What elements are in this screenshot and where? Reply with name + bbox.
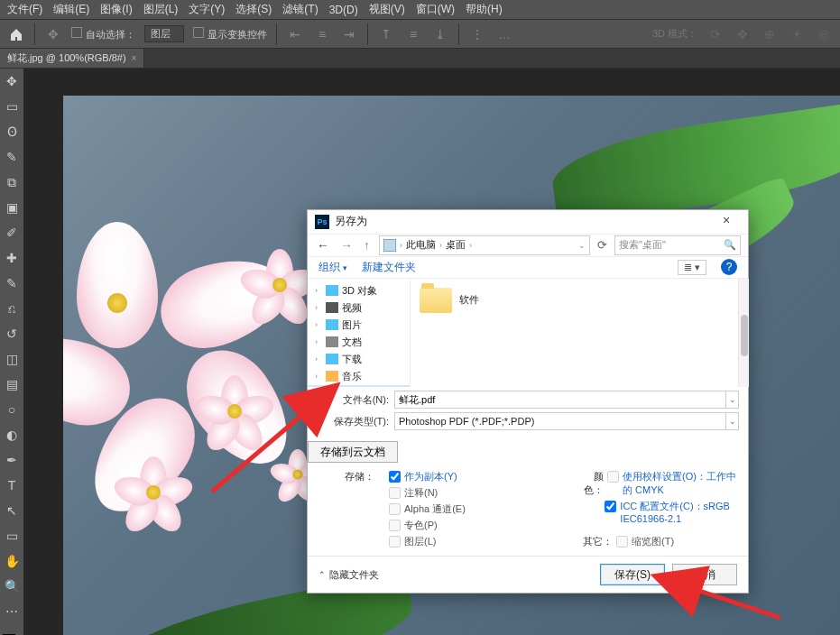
chevron-right-icon: › bbox=[439, 241, 442, 250]
close-icon[interactable]: × bbox=[132, 53, 137, 63]
menu-edit[interactable]: 编辑(E) bbox=[53, 2, 89, 17]
view-mode-button[interactable]: ≣ ▾ bbox=[678, 260, 706, 275]
tree-item-videos[interactable]: ›视频 bbox=[308, 299, 410, 317]
chevron-down-icon[interactable]: ⌄ bbox=[726, 391, 739, 409]
lasso-tool-icon[interactable]: ʘ bbox=[3, 123, 21, 141]
eraser-tool-icon[interactable]: ◫ bbox=[3, 350, 21, 368]
align-top-icon[interactable]: ⤒ bbox=[377, 25, 395, 43]
show-transform-checkbox[interactable]: 显示变换控件 bbox=[193, 27, 267, 41]
nav-forward-icon[interactable]: → bbox=[338, 238, 355, 253]
menu-view[interactable]: 视图(V) bbox=[369, 2, 405, 17]
filename-input[interactable] bbox=[394, 391, 726, 409]
tree-item-music[interactable]: ›音乐 bbox=[308, 368, 410, 385]
nav-up-icon[interactable]: ↑ bbox=[362, 238, 372, 253]
dodge-tool-icon[interactable]: ◐ bbox=[3, 426, 21, 444]
brush-tool-icon[interactable]: ✎ bbox=[3, 274, 21, 292]
zoom-tool-icon[interactable]: 🔍 bbox=[3, 577, 21, 595]
history-brush-tool-icon[interactable]: ↺ bbox=[3, 325, 21, 343]
path-select-tool-icon[interactable]: ↖ bbox=[3, 502, 21, 520]
use-proof-checkbox[interactable] bbox=[607, 471, 619, 483]
hide-folders-toggle[interactable]: ⌃隐藏文件夹 bbox=[318, 568, 379, 582]
pen-tool-icon[interactable]: ✒ bbox=[3, 451, 21, 469]
menu-filter[interactable]: 滤镜(T) bbox=[282, 2, 318, 17]
divider bbox=[276, 23, 277, 45]
tree-item-pictures[interactable]: ›图片 bbox=[308, 317, 410, 334]
filetype-select[interactable]: Photoshop PDF (*.PDF;*.PDP) bbox=[394, 412, 726, 430]
breadcrumb[interactable]: › 此电脑 › 桌面 › ⌄ bbox=[379, 235, 590, 255]
alpha-checkbox[interactable]: Alpha 通道(E) bbox=[389, 502, 562, 516]
crop-tool-icon[interactable]: ⧉ bbox=[3, 173, 21, 191]
3d-camera-icon[interactable]: ◎ bbox=[815, 25, 833, 43]
refresh-icon[interactable]: ⟳ bbox=[597, 238, 607, 252]
blur-tool-icon[interactable]: ○ bbox=[3, 400, 21, 419]
menu-select[interactable]: 选择(S) bbox=[235, 2, 272, 17]
menu-text[interactable]: 文字(Y) bbox=[189, 2, 225, 17]
auto-select-target[interactable]: 图层 bbox=[144, 25, 184, 42]
chevron-down-icon[interactable]: ⌄ bbox=[726, 412, 739, 430]
move-tool-icon[interactable]: ✥ bbox=[3, 72, 21, 90]
home-icon[interactable] bbox=[7, 25, 25, 43]
folder-tree: ›3D 对象 ›视频 ›图片 ›文档 ›下载 ›音乐 ›桌面 bbox=[308, 279, 411, 387]
menu-layer[interactable]: 图层(L) bbox=[143, 2, 179, 17]
type-tool-icon[interactable]: T bbox=[3, 476, 21, 494]
document-tab-bar: 鲜花.jpg @ 100%(RGB/8#) × bbox=[0, 49, 840, 69]
folder-view[interactable]: 软件 bbox=[411, 279, 748, 387]
auto-select-checkbox[interactable]: 自动选择： bbox=[71, 27, 135, 41]
menu-file[interactable]: 文件(F) bbox=[7, 2, 42, 17]
scrollbar-thumb[interactable] bbox=[741, 315, 748, 356]
tree-item-downloads[interactable]: ›下载 bbox=[308, 351, 410, 368]
breadcrumb-pc[interactable]: 此电脑 bbox=[406, 238, 436, 252]
save-button[interactable]: 保存(S) bbox=[600, 564, 665, 585]
document-tab[interactable]: 鲜花.jpg @ 100%(RGB/8#) × bbox=[0, 49, 144, 68]
close-icon[interactable]: × bbox=[712, 213, 741, 231]
menu-image[interactable]: 图像(I) bbox=[100, 2, 132, 17]
layers-checkbox[interactable]: 图层(L) bbox=[389, 535, 562, 548]
align-right-icon[interactable]: ⇥ bbox=[340, 25, 358, 43]
align-bottom-icon[interactable]: ⤓ bbox=[431, 25, 449, 43]
as-copy-checkbox[interactable]: 作为副本(Y) bbox=[389, 470, 562, 483]
healing-tool-icon[interactable]: ✚ bbox=[3, 249, 21, 267]
chevron-down-icon[interactable]: ⌄ bbox=[578, 241, 586, 250]
shape-tool-icon[interactable]: ▭ bbox=[3, 527, 21, 545]
stamp-tool-icon[interactable]: ⎌ bbox=[3, 299, 21, 318]
scrollbar[interactable] bbox=[738, 279, 749, 387]
3d-pan-icon[interactable]: ✥ bbox=[734, 25, 752, 43]
distribute-icon[interactable]: ⋮ bbox=[468, 25, 486, 43]
hand-tool-icon[interactable]: ✋ bbox=[3, 552, 21, 570]
cancel-button[interactable]: 取消 bbox=[672, 564, 737, 585]
icc-profile-checkbox[interactable] bbox=[605, 501, 616, 512]
align-center-h-icon[interactable]: ≡ bbox=[313, 25, 331, 43]
eyedropper-tool-icon[interactable]: ✐ bbox=[3, 224, 21, 242]
folder-item[interactable]: 软件 bbox=[420, 288, 739, 313]
notes-checkbox[interactable]: 注释(N) bbox=[389, 486, 562, 500]
new-folder-button[interactable]: 新建文件夹 bbox=[362, 260, 416, 275]
nav-back-icon[interactable]: ← bbox=[315, 238, 331, 253]
save-to-cloud-button[interactable]: 存储到云文档 bbox=[308, 441, 398, 463]
tree-item-documents[interactable]: ›文档 bbox=[308, 334, 410, 351]
thumbnail-checkbox[interactable] bbox=[616, 536, 628, 548]
3d-orbit-icon[interactable]: ⟳ bbox=[706, 25, 725, 43]
divider bbox=[367, 23, 368, 45]
menu-3d[interactable]: 3D(D) bbox=[329, 4, 358, 16]
more-icon[interactable]: … bbox=[495, 25, 513, 43]
quick-select-tool-icon[interactable]: ✎ bbox=[3, 148, 21, 166]
search-input[interactable]: 搜索"桌面" 🔍 bbox=[614, 235, 741, 255]
help-icon[interactable]: ? bbox=[721, 259, 737, 275]
organize-menu[interactable]: 组织 ▾ bbox=[318, 260, 347, 275]
store-label: 存储： bbox=[345, 470, 374, 483]
menu-help[interactable]: 帮助(H) bbox=[466, 2, 503, 17]
color-label: 颜色： bbox=[577, 470, 604, 497]
move-tool-icon[interactable]: ✥ bbox=[44, 25, 62, 43]
align-left-icon[interactable]: ⇤ bbox=[286, 25, 304, 43]
marquee-tool-icon[interactable]: ▭ bbox=[3, 97, 21, 115]
menu-window[interactable]: 窗口(W) bbox=[416, 2, 455, 17]
align-middle-icon[interactable]: ≡ bbox=[404, 25, 422, 43]
3d-light-icon[interactable]: ☀ bbox=[788, 25, 806, 43]
gradient-tool-icon[interactable]: ▤ bbox=[3, 375, 21, 393]
edit-toolbar-icon[interactable]: ⋯ bbox=[3, 603, 21, 621]
breadcrumb-desktop[interactable]: 桌面 bbox=[446, 238, 466, 252]
spot-checkbox[interactable]: 专色(P) bbox=[389, 519, 562, 532]
frame-tool-icon[interactable]: ▣ bbox=[3, 198, 21, 216]
tree-item-3d-objects[interactable]: ›3D 对象 bbox=[308, 282, 410, 299]
3d-zoom-icon[interactable]: ⊕ bbox=[761, 25, 779, 43]
